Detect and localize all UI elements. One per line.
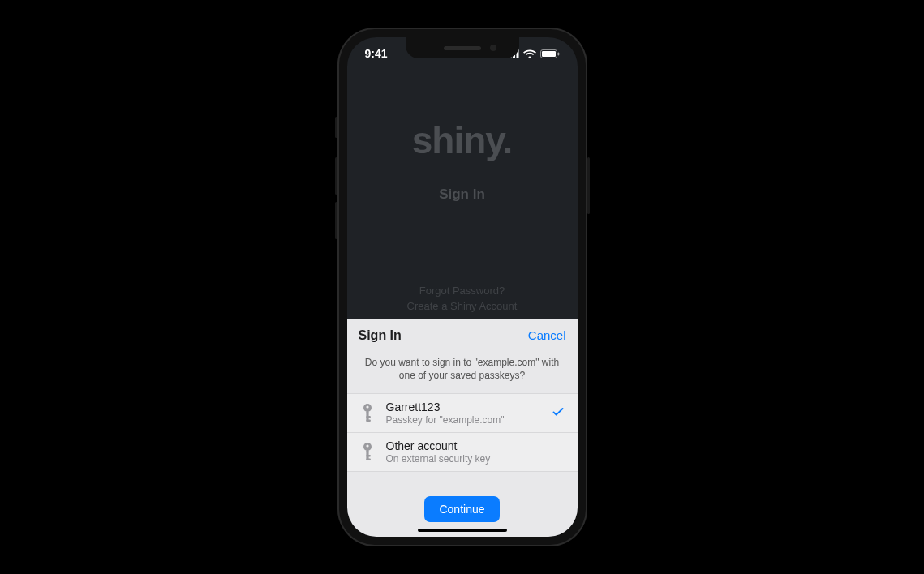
- passkey-option[interactable]: Other account On external security key: [347, 432, 578, 472]
- speaker-grille: [444, 46, 481, 50]
- sheet-prompt: Do you want to sign in to "example.com" …: [347, 351, 578, 393]
- cancel-button[interactable]: Cancel: [528, 328, 566, 342]
- svg-rect-10: [366, 416, 371, 418]
- svg-rect-11: [366, 419, 371, 422]
- phone-frame: 9:41: [337, 28, 587, 546]
- passkey-option[interactable]: Garrett123 Passkey for "example.com": [347, 393, 578, 432]
- home-indicator[interactable]: [418, 529, 507, 532]
- status-time: 9:41: [365, 47, 388, 60]
- bg-signin-label: Sign In: [439, 186, 485, 203]
- forgot-password-link: Forgot Password?: [347, 283, 578, 299]
- battery-icon: [540, 49, 560, 58]
- bg-links: Forgot Password? Create a Shiny Account: [347, 283, 578, 315]
- sheet-title: Sign In: [359, 328, 402, 343]
- notch: [406, 37, 519, 58]
- svg-point-13: [366, 444, 368, 447]
- create-account-link: Create a Shiny Account: [347, 298, 578, 315]
- svg-rect-5: [542, 51, 556, 57]
- front-camera: [490, 45, 496, 51]
- background-app: shiny. Sign In Forgot Password? Create a…: [347, 70, 578, 319]
- sheet-footer: Continue: [347, 472, 578, 537]
- passkey-option-list: Garrett123 Passkey for "example.com": [347, 393, 578, 472]
- continue-button[interactable]: Continue: [424, 496, 499, 522]
- option-primary: Garrett123: [386, 401, 542, 413]
- svg-rect-16: [366, 458, 371, 460]
- option-secondary: Passkey for "example.com": [386, 414, 542, 426]
- mute-switch: [335, 117, 337, 138]
- power-button: [587, 157, 590, 214]
- option-primary: Other account: [386, 439, 542, 452]
- wifi-icon: [523, 49, 536, 58]
- option-secondary: On external security key: [386, 453, 542, 465]
- volume-up: [335, 157, 337, 195]
- key-icon: [359, 442, 376, 463]
- volume-down: [335, 202, 337, 239]
- svg-point-8: [366, 405, 368, 408]
- sheet-header: Sign In Cancel: [347, 319, 578, 351]
- checkmark-icon: [552, 405, 566, 422]
- signin-sheet: Sign In Cancel Do you want to sign in to…: [347, 319, 578, 537]
- key-icon: [359, 403, 376, 424]
- screen: 9:41: [347, 37, 578, 537]
- svg-rect-15: [366, 455, 371, 457]
- svg-rect-6: [557, 52, 559, 55]
- app-logo: shiny.: [412, 118, 513, 162]
